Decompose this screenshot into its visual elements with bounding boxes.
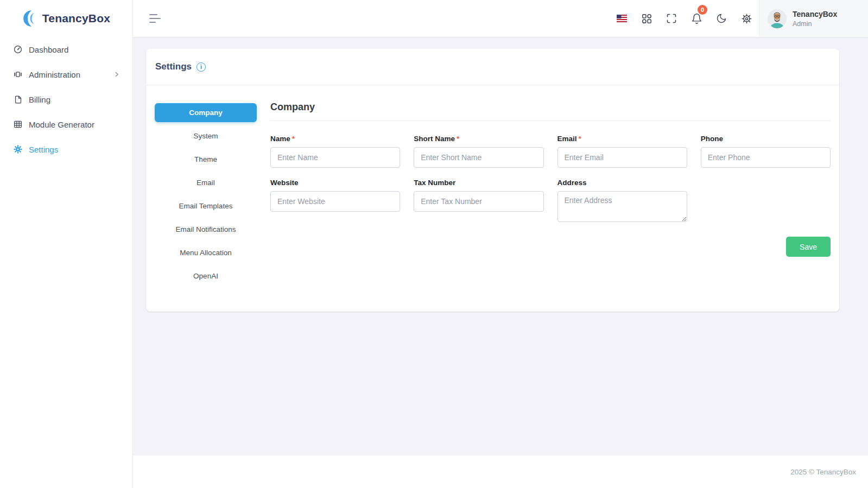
card-body: Company System Theme Email Email Templat… [146, 85, 839, 312]
table-grid-icon [13, 119, 23, 129]
tab-email[interactable]: Email [155, 173, 257, 192]
gauge-icon [13, 45, 23, 54]
settings-gear-button[interactable] [734, 0, 759, 37]
sidebar-item-administration[interactable]: Administration [0, 62, 132, 87]
field-short-name: Short Name* [414, 135, 543, 168]
dark-mode-button[interactable] [709, 0, 734, 37]
tab-theme[interactable]: Theme [155, 150, 257, 169]
footer-copyright: 2025 © TenancyBox [790, 468, 856, 476]
field-email: Email* [557, 135, 687, 168]
page-content: Settings i Company System Theme Email Em… [133, 37, 868, 455]
notifications-button[interactable]: 0 [684, 0, 709, 37]
bell-icon [691, 13, 702, 24]
tab-menu-allocation[interactable]: Menu Allocation [155, 243, 257, 262]
avatar [768, 9, 787, 28]
file-icon [13, 94, 23, 104]
field-tax-number: Tax Number [414, 179, 543, 222]
notification-badge: 0 [698, 5, 707, 15]
company-form: Name* Short Name* Email* [270, 135, 831, 222]
sidebar-item-settings[interactable]: Settings [0, 137, 132, 162]
fullscreen-button[interactable] [659, 0, 684, 37]
user-name: TenancyBox [793, 10, 837, 18]
settings-tab-list: Company System Theme Email Email Templat… [155, 103, 257, 290]
field-name: Name* [270, 135, 400, 168]
company-pane: Company Name* Short Name* Ema [270, 103, 831, 290]
tab-company[interactable]: Company [155, 103, 257, 122]
brand-logo[interactable]: TenancyBox [0, 0, 132, 37]
info-icon[interactable]: i [197, 62, 206, 72]
user-meta: TenancyBox Admin [793, 10, 837, 28]
sidebar-nav: Dashboard Administration [0, 37, 132, 162]
address-textarea[interactable] [557, 191, 687, 222]
field-label: Short Name* [414, 135, 543, 143]
brand-name: TenancyBox [42, 12, 110, 25]
tab-email-templates[interactable]: Email Templates [155, 197, 257, 216]
apps-grid-icon [641, 13, 652, 24]
website-input[interactable] [270, 191, 400, 212]
chevron-right-icon [113, 71, 121, 78]
gear-icon [741, 13, 752, 24]
fullscreen-icon [666, 13, 677, 24]
tab-system[interactable]: System [155, 126, 257, 145]
sidebar: TenancyBox Dashboard [0, 0, 133, 488]
hamburger-menu-icon[interactable] [149, 14, 161, 23]
field-label: Name* [270, 135, 400, 143]
sidebar-item-label: Billing [29, 95, 50, 104]
field-address: Address [557, 179, 687, 222]
name-input[interactable] [270, 147, 400, 168]
tax-number-input[interactable] [414, 191, 543, 212]
topbar: 0 [133, 0, 868, 37]
settings-card: Settings i Company System Theme Email Em… [146, 49, 839, 312]
sidebar-item-module-generator[interactable]: Module Generator [0, 112, 132, 137]
sidebar-item-label: Settings [29, 145, 58, 154]
card-header: Settings i [146, 49, 839, 85]
field-label: Phone [701, 135, 831, 143]
short-name-input[interactable] [414, 147, 543, 168]
app-root: TenancyBox Dashboard [0, 0, 868, 488]
user-menu[interactable]: TenancyBox Admin [759, 0, 868, 37]
carousel-icon [13, 69, 23, 79]
us-flag-icon [617, 15, 627, 22]
save-button[interactable]: Save [786, 237, 831, 257]
topbar-actions: 0 [609, 0, 868, 37]
page-footer: 2025 © TenancyBox [133, 455, 868, 488]
sidebar-item-billing[interactable]: Billing [0, 87, 132, 112]
field-website: Website [270, 179, 400, 222]
main-column: 0 [133, 0, 868, 488]
field-label: Address [557, 179, 687, 187]
user-role: Admin [793, 20, 837, 28]
field-label: Email* [557, 135, 687, 143]
field-label: Tax Number [414, 179, 543, 187]
page-title: Settings [155, 61, 192, 72]
form-actions: Save [270, 237, 831, 257]
sidebar-item-label: Dashboard [29, 45, 68, 54]
field-phone: Phone [701, 135, 831, 168]
section-title: Company [270, 102, 831, 121]
field-label: Website [270, 179, 400, 187]
sidebar-item-label: Module Generator [29, 120, 94, 129]
tab-email-notifications[interactable]: Email Notifications [155, 220, 257, 239]
gear-icon [13, 144, 23, 154]
phone-input[interactable] [701, 147, 831, 168]
email-input[interactable] [557, 147, 687, 168]
language-flag-button[interactable] [609, 0, 634, 37]
sidebar-item-label: Administration [29, 70, 80, 79]
brand-crescents-icon [22, 6, 41, 31]
sidebar-item-dashboard[interactable]: Dashboard [0, 37, 132, 62]
moon-icon [716, 13, 727, 24]
apps-grid-button[interactable] [634, 0, 659, 37]
tab-openai[interactable]: OpenAI [155, 267, 257, 286]
